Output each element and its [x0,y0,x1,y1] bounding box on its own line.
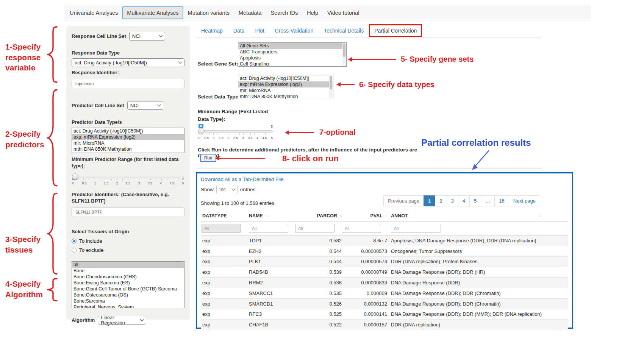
response-cell-line-set-select[interactable]: NCI [129,32,165,41]
page-button-2[interactable]: 2 [435,195,447,206]
sort-icon[interactable]: ↑↓ [265,214,267,218]
predictor-cell-line-set-value: NCI [130,103,139,108]
tissue-include-radio-row[interactable]: To include [72,238,184,244]
nav-help[interactable]: Help [302,6,323,19]
column-header-pval[interactable]: PVAL↑↓ [342,213,387,218]
filter-annot-input[interactable] [391,224,441,233]
predictor-data-type-option-selected[interactable]: exp: mRNA Expression (log2) [72,134,184,140]
nav-mutation-variants[interactable]: Mutation variants [183,6,234,19]
response-data-type-select[interactable]: act: Drug Activity (-log10[IC50M]) [72,58,184,67]
nav-metadata[interactable]: Metadata [234,6,266,19]
tissue-option[interactable]: Bone:Ewing Sarcoma (ES) [72,280,184,286]
table-row[interactable]: exp EZH2 0.544 0.00000573 Oncogenes; Tum… [201,246,568,257]
slider-tickmarks [72,178,184,180]
table-row[interactable]: exp CHAF1B 0.522 0.0000157 DDR (DNA repl… [201,320,568,330]
chevron-down-icon [157,103,161,107]
tissue-option[interactable]: Bone:Chondrosarcoma (CHS) [72,274,184,280]
algorithm-select[interactable]: Linear Regression [98,316,146,325]
response-cell-line-set-value: NCI [132,33,141,39]
download-all-link[interactable]: Download All as a Tab-Delimited File [201,176,284,182]
gene-set-option-selected[interactable]: All Gene Sets [238,43,346,49]
page-button-3[interactable]: 3 [447,195,458,206]
table-row[interactable]: exp SMARCC1 0.535 0.000009 DNA Damage Re… [201,288,568,299]
chevron-down-icon [178,60,182,64]
tab-data[interactable]: Data [228,25,250,37]
slider-handle[interactable] [198,128,205,134]
nav-multivariate-analyses[interactable]: Multivariate Analyses [122,6,183,19]
column-header-parcor[interactable]: PARCOR↑↓ [295,213,342,218]
run-button[interactable]: Run [200,154,216,162]
tab-plot[interactable]: Plot [250,25,269,37]
radio-unselected-icon[interactable] [72,248,77,253]
tab-technical-details[interactable]: Technical Details [319,25,369,37]
tab-heatmap[interactable]: Heatmap [196,25,228,37]
nav-search-ids[interactable]: Search IDs [266,6,302,19]
tissue-option[interactable]: Bone:Sarcoma [72,298,184,304]
nav-video-tutorial[interactable]: Video tutorial [323,6,364,19]
table-row[interactable]: exp RRM2 0.536 0.00000833 DNA Damage Res… [201,278,568,288]
tissue-origin-label: Select Tissue/s of Origin [72,228,184,235]
sort-icon[interactable]: ↑↓ [229,214,231,218]
tissue-option[interactable]: Bone:Osteosarcoma (OS) [72,292,184,298]
data-type-option[interactable]: mir: MicroRNA [238,87,333,94]
predictor-data-type-option[interactable]: act: Drug Activity (-log10[IC50M]) [72,128,184,134]
table-filter-row [201,222,568,236]
scrollbar[interactable] [342,43,346,66]
tissue-option[interactable]: Bone [72,268,184,274]
pagination: Previous page 1 2 3 4 5 … 16 Next page [384,195,540,206]
data-type-option[interactable]: act: Drug Activity (-log10[IC50M]) [238,75,333,81]
gene-set-option[interactable]: ABC Transporters [238,49,346,55]
gene-set-option[interactable]: Apoptosis [238,55,346,61]
table-row[interactable]: exp PLK1 0.544 0.00000574 DDR (DNA repli… [201,257,568,267]
table-row[interactable]: exp RFC3 0.525 0.0000141 DNA Damage Resp… [201,309,568,320]
sort-icon[interactable]: ↑↓ [538,214,540,218]
predictor-data-type-option[interactable]: mir: MicroRNA [72,140,184,146]
response-data-type-value: act: Drug Activity (-log10[IC50M]) [75,60,147,66]
page-button-5[interactable]: 5 [469,195,481,206]
slider-track[interactable] [72,176,184,178]
predictor-data-type-option[interactable]: mth: DNA 850K Methylation [72,146,184,152]
filter-parcor-input[interactable] [295,224,335,233]
previous-page-button[interactable]: Previous page [383,195,424,206]
nav-univariate-analyses[interactable]: Univariate Analyses [65,6,122,19]
next-page-button[interactable]: Next page [509,195,540,206]
table-body: exp TOP1 0.582 8.6e-7 Apoptosis; DNA Dam… [201,236,568,330]
data-type-option-selected[interactable]: exp: mRNA Expression (log2) [238,81,333,87]
column-header-annot[interactable]: ANNOT [387,213,568,218]
page-button-1[interactable]: 1 [424,195,435,206]
show-entries-select[interactable]: 100 [216,185,238,194]
table-row[interactable]: exp SMARCD1 0.526 0.0000132 DNA Damage R… [201,299,568,309]
data-type-option[interactable]: mth: DNA 850K Methylation [238,94,333,99]
predictor-identifiers-label: Predictor Identifiers: (Case-Sensitive, … [72,191,184,204]
column-header-datatype[interactable]: DATATYPE↑↓ [201,213,249,218]
page-button-4[interactable]: 4 [458,195,470,206]
min-range-label: Minimum Range (First Listed Data Type): [198,108,268,123]
radio-selected-icon[interactable] [72,239,77,243]
gene-sets-label: Select Gene Sets [198,61,239,67]
gene-set-option[interactable]: Cell Signaling [238,61,346,67]
page-button-ellipsis[interactable]: … [481,195,495,206]
tab-partial-correlation[interactable]: Partial Correlation [369,24,422,37]
tissue-listbox: all Bone Bone:Chondrosarcoma (CHS) Bone:… [72,261,184,308]
predictor-cell-line-set-select[interactable]: NCI [127,101,163,110]
results-tab-bar: Heatmap Data Plot Cross-Validation Techn… [196,24,542,37]
table-row[interactable]: exp RAD54B 0.539 0.00000749 DNA Damage R… [201,267,568,278]
tab-cross-validation[interactable]: Cross-Validation [270,25,319,37]
slider-track[interactable] [199,130,273,133]
filter-name-input[interactable] [249,224,288,233]
scrollbar[interactable] [329,76,333,98]
page-button-16[interactable]: 16 [494,195,509,206]
predictor-data-types-listbox: act: Drug Activity (-log10[IC50M]) exp: … [72,128,184,153]
tissue-exclude-radio-row[interactable]: To exclude [72,247,184,253]
filter-pval-input[interactable] [342,224,381,233]
table-row[interactable]: exp TOP1 0.582 8.6e-7 Apoptosis; DNA Dam… [201,236,568,246]
tissue-option[interactable]: Bone:Giant Cell Tumor of Bone (GCTB) Sar… [72,286,184,292]
filter-datatype-input[interactable] [202,224,241,233]
predictor-identifiers-input[interactable] [72,208,184,217]
slider-handle[interactable] [72,173,78,180]
tissue-option-selected[interactable]: all [72,262,184,268]
tissue-option[interactable]: Peripheral_Nervous_System [72,304,184,308]
column-header-name[interactable]: NAME↑↓ [249,213,295,218]
response-identifier-input[interactable] [72,79,184,88]
brace-step1 [46,26,58,83]
